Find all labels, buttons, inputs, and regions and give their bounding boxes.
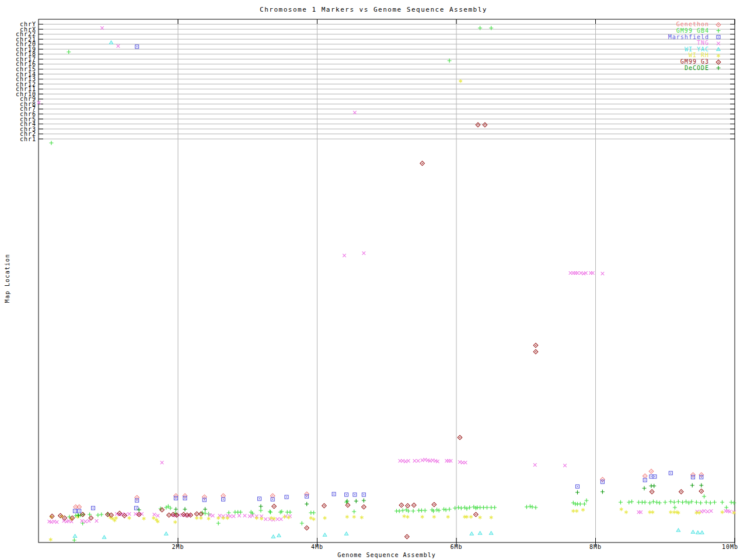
marker: [481, 506, 486, 510]
series-genethon: [74, 469, 704, 509]
chart-canvas: Chromosome 1 Markers vs Genome Sequence …: [0, 0, 747, 560]
marker: [703, 509, 706, 513]
marker: [128, 516, 131, 520]
marker: [575, 491, 580, 495]
marker: [702, 495, 706, 499]
marker: [135, 499, 139, 502]
marker: [582, 502, 587, 506]
marker: [285, 495, 288, 499]
y-tick-label: chr1: [1, 136, 36, 142]
legend-entry-gm99-g3: GM99 G3: [547, 59, 722, 65]
marker: [332, 492, 336, 496]
marker: [652, 484, 656, 488]
marker: [128, 512, 131, 516]
legend-label: TNG: [697, 40, 709, 46]
marker: [533, 506, 537, 510]
series-decode: [76, 484, 703, 518]
marker: [575, 509, 579, 513]
marker: [203, 508, 207, 512]
marker: [580, 271, 583, 275]
marker: [413, 459, 417, 463]
marker: [152, 516, 155, 520]
chart-title: Chromosome 1 Markers vs Genome Sequence …: [0, 6, 747, 13]
marker: [399, 503, 404, 508]
marker: [165, 532, 168, 535]
marker: [679, 489, 683, 494]
marker: [217, 516, 220, 520]
legend-entry-gm99-gb4: GM99 GB4: [547, 27, 722, 34]
marker: [700, 510, 703, 513]
marker: [470, 532, 473, 535]
marker: [88, 519, 91, 523]
scatter-plot: [0, 0, 747, 560]
marker: [672, 510, 676, 514]
marker: [424, 458, 427, 461]
marker: [167, 513, 172, 517]
marker: [362, 493, 365, 496]
marker: [153, 513, 156, 516]
marker: [195, 516, 198, 520]
marker: [700, 531, 704, 534]
marker: [459, 79, 462, 83]
marker: [650, 489, 654, 494]
marker: [53, 520, 56, 523]
marker: [345, 515, 349, 519]
marker: [352, 510, 356, 514]
marker: [255, 516, 259, 520]
legend-label: DeCODE: [685, 65, 709, 71]
marker: [343, 254, 346, 257]
marker: [305, 502, 309, 506]
plot-border: [39, 19, 735, 542]
marker: [637, 501, 641, 505]
marker: [708, 501, 713, 505]
marker: [217, 522, 221, 526]
marker: [469, 515, 473, 519]
marker: [619, 501, 623, 505]
marker: [704, 501, 708, 505]
legend-entry-decode: DeCODE: [547, 65, 722, 71]
legend-entry-marshfield: Marshfield: [547, 34, 722, 40]
marker: [669, 510, 672, 514]
marker: [478, 531, 481, 534]
marker: [458, 435, 462, 440]
marker: [648, 510, 652, 514]
marker: [407, 459, 410, 463]
marker: [323, 533, 327, 536]
marker: [437, 509, 441, 513]
marker: [406, 503, 410, 508]
marker: [485, 506, 489, 510]
marker: [78, 509, 81, 513]
marker: [432, 515, 436, 519]
marker: [243, 514, 247, 517]
marker: [268, 510, 272, 514]
marker: [699, 501, 703, 505]
marker: [92, 506, 95, 510]
marker: [479, 516, 482, 519]
marker: [699, 484, 703, 488]
marker: [673, 506, 677, 510]
series-gm99-g3: [50, 123, 703, 539]
series-wi-rh: [49, 79, 736, 541]
marker: [272, 504, 277, 509]
marker: [680, 501, 685, 505]
marker: [642, 487, 646, 491]
legend-label: WI RH: [689, 52, 709, 58]
legend-marker-icon: [714, 65, 722, 71]
marker: [232, 514, 236, 518]
marker: [183, 508, 187, 512]
series-tng: [37, 26, 736, 524]
marker: [417, 459, 420, 463]
marker: [601, 490, 605, 494]
marker: [694, 501, 699, 505]
marker: [239, 510, 243, 514]
marker: [411, 503, 416, 508]
marker: [620, 508, 623, 511]
marker: [601, 272, 605, 275]
marker: [134, 512, 137, 516]
marker: [576, 271, 580, 275]
marker: [137, 508, 141, 512]
marker: [720, 501, 724, 505]
marker: [729, 501, 734, 505]
marker: [624, 510, 628, 514]
marker: [649, 469, 654, 474]
